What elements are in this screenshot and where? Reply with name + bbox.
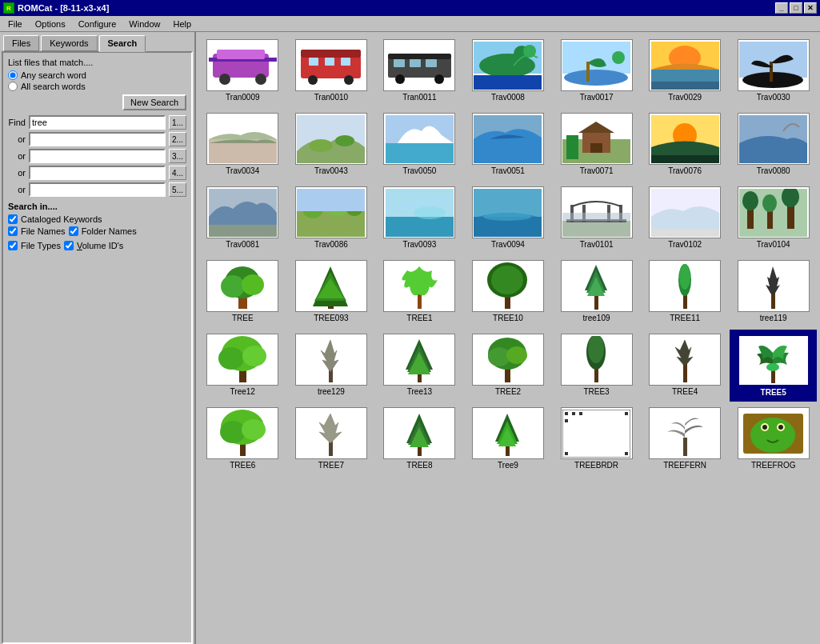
image-trav0034 <box>206 113 278 165</box>
image-cell-tree12[interactable]: Tree12 <box>199 330 286 402</box>
image-cell-tree1[interactable]: TREE1 <box>376 256 463 328</box>
image-cell-tree8[interactable]: TREE8 <box>376 403 463 475</box>
image-cell-tree4[interactable]: TREE4 <box>642 330 729 402</box>
svg-point-77 <box>762 194 777 212</box>
find-btn-3[interactable]: 3... <box>169 149 186 163</box>
image-treefern <box>649 407 721 459</box>
checkbox-filetypes[interactable] <box>8 241 18 250</box>
image-cell-tree11[interactable]: TREE11 <box>642 256 729 328</box>
find-btn-2[interactable]: 2... <box>169 132 186 146</box>
new-search-button[interactable]: New Search <box>122 94 186 110</box>
tab-keywords[interactable]: Keywords <box>41 35 97 51</box>
main-container: Files Keywords Search List files that ma… <box>0 32 820 644</box>
label-trav0076: Trav0076 <box>668 166 702 175</box>
svg-rect-133 <box>565 412 568 415</box>
svg-rect-132 <box>562 410 630 458</box>
image-trav0093 <box>383 186 455 238</box>
image-cell-trav0101[interactable]: Trav0101 <box>553 182 640 254</box>
image-grid-container[interactable]: Tran0009 Tran0010 Tran0011 <box>196 32 820 644</box>
svg-rect-6 <box>301 50 361 58</box>
image-cell-tree13[interactable]: Tree13 <box>376 330 463 402</box>
image-cell-trav0029[interactable]: Trav0029 <box>642 35 729 107</box>
checkbox-volumeids[interactable] <box>64 241 74 250</box>
checkbox-row-keywords: Cataloged Keywords <box>8 214 186 224</box>
label-tran0010: Tran0010 <box>314 93 348 102</box>
image-cell-tree9[interactable]: Tree9 <box>465 403 552 475</box>
checkbox-keywords[interactable] <box>8 214 18 224</box>
svg-rect-57 <box>297 189 365 211</box>
image-cell-trav0071[interactable]: Trav0071 <box>553 109 640 181</box>
image-cell-trav0104[interactable]: Trav0104 <box>730 182 817 254</box>
find-input-4[interactable] <box>29 166 166 180</box>
image-cell-trav0034[interactable]: Trav0034 <box>199 109 286 181</box>
svg-point-118 <box>766 363 779 371</box>
image-cell-tree3[interactable]: TREE3 <box>553 330 640 402</box>
find-input-3[interactable] <box>29 149 166 163</box>
image-cell-treefrog[interactable]: TREEFROG <box>730 403 817 475</box>
image-cell-tree10[interactable]: TREE10 <box>465 256 552 328</box>
image-tree093 <box>295 260 367 312</box>
image-trav0043 <box>295 113 367 165</box>
menu-configure[interactable]: Configure <box>72 18 123 30</box>
image-cell-tree[interactable]: TREE <box>199 256 286 328</box>
tab-search[interactable]: Search <box>99 35 146 52</box>
svg-rect-11 <box>341 58 350 66</box>
menu-file[interactable]: File <box>2 18 29 30</box>
or-label-3: or <box>8 168 26 178</box>
find-btn-4[interactable]: 4... <box>169 166 186 180</box>
image-cell-trav0076[interactable]: Trav0076 <box>642 109 729 181</box>
image-cell-tran0009[interactable]: Tran0009 <box>199 35 286 107</box>
image-cell-trav0094[interactable]: Trav0094 <box>465 182 552 254</box>
image-cell-trav0030[interactable]: Trav0030 <box>730 35 817 107</box>
image-cell-trav0043[interactable]: Trav0043 <box>288 109 375 181</box>
image-cell-tree6[interactable]: TREE6 <box>199 403 286 475</box>
label-tree6: TREE6 <box>230 461 255 470</box>
close-button[interactable]: ✕ <box>804 2 817 14</box>
svg-rect-136 <box>565 419 568 422</box>
image-cell-trav0051[interactable]: Trav0051 <box>465 109 552 181</box>
image-tree3 <box>561 334 633 386</box>
image-trav0094 <box>472 186 544 238</box>
image-cell-tree093[interactable]: TREE093 <box>288 256 375 328</box>
image-cell-tran0011[interactable]: Tran0011 <box>376 35 463 107</box>
menu-options[interactable]: Options <box>29 18 72 30</box>
find-input-1[interactable] <box>29 115 166 130</box>
svg-rect-14 <box>394 59 405 67</box>
image-cell-trav0008[interactable]: Trav0008 <box>465 35 552 107</box>
find-btn-1[interactable]: 1... <box>169 115 186 130</box>
image-cell-trav0080[interactable]: Trav0080 <box>730 109 817 181</box>
image-cell-tree129[interactable]: tree129 <box>288 330 375 402</box>
image-cell-treebrdr[interactable]: TREEBRDR <box>553 403 640 475</box>
image-cell-tree119[interactable]: tree119 <box>730 256 817 328</box>
image-tree119 <box>738 260 810 312</box>
image-cell-trav0093[interactable]: Trav0093 <box>376 182 463 254</box>
image-tree12 <box>206 334 278 386</box>
maximize-button[interactable]: □ <box>790 2 802 14</box>
find-btn-5[interactable]: 5... <box>169 182 186 197</box>
image-cell-trav0081[interactable]: Trav0081 <box>199 182 286 254</box>
find-input-2[interactable] <box>29 132 166 146</box>
checkbox-foldernames[interactable] <box>69 226 78 236</box>
image-cell-tree7[interactable]: TREE7 <box>288 403 375 475</box>
checkbox-filenames[interactable] <box>8 226 18 236</box>
svg-point-27 <box>612 51 625 64</box>
radio-all-words[interactable] <box>8 82 18 91</box>
image-cell-tree109[interactable]: tree109 <box>553 256 640 328</box>
image-cell-trav0017[interactable]: Trav0017 <box>553 35 640 107</box>
image-cell-tree5[interactable]: TREE5 <box>730 330 817 402</box>
svg-rect-88 <box>418 293 422 309</box>
minimize-button[interactable]: _ <box>775 2 788 14</box>
image-cell-tree2[interactable]: TREE2 <box>465 330 552 402</box>
menu-window[interactable]: Window <box>122 18 166 30</box>
menu-help[interactable]: Help <box>166 18 198 30</box>
image-cell-tran0010[interactable]: Tran0010 <box>288 35 375 107</box>
tab-files[interactable]: Files <box>3 35 39 51</box>
svg-point-7 <box>308 75 318 85</box>
find-input-5[interactable] <box>29 182 166 197</box>
image-cell-trav0086[interactable]: Trav0086 <box>288 182 375 254</box>
svg-point-37 <box>309 139 333 152</box>
radio-any-word[interactable] <box>8 70 18 80</box>
image-cell-treefern[interactable]: TREEFERN <box>642 403 729 475</box>
image-cell-trav0102[interactable]: Trav0102 <box>642 182 729 254</box>
image-cell-trav0050[interactable]: Trav0050 <box>376 109 463 181</box>
